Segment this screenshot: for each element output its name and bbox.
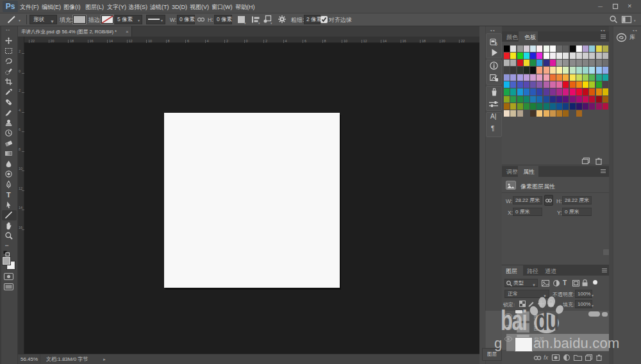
svg-text:5: 5 — [495, 42, 497, 46]
svg-text:T: T — [6, 191, 11, 199]
